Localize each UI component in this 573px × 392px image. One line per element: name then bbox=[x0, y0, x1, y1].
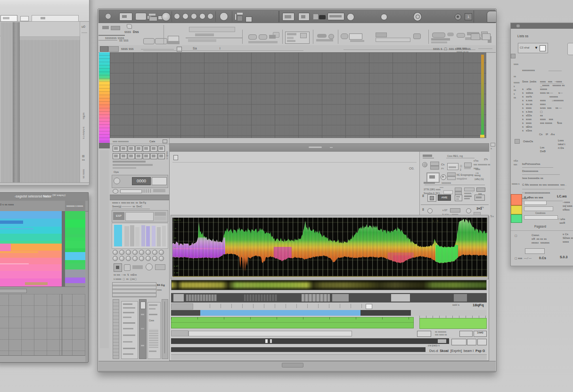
svg-text:1 - n: 1 - n bbox=[433, 220, 439, 222]
svg-text:s-al: s-al bbox=[174, 256, 179, 258]
svg-text:i av: i av bbox=[174, 272, 179, 274]
svg-text:as: as bbox=[174, 237, 176, 239]
svg-text:-s: -s bbox=[174, 228, 176, 229]
svg-text:ua-: ua- bbox=[174, 246, 177, 248]
svg-text:na-s J: na-s J bbox=[174, 219, 180, 221]
svg-text:K El: K El bbox=[174, 265, 179, 267]
